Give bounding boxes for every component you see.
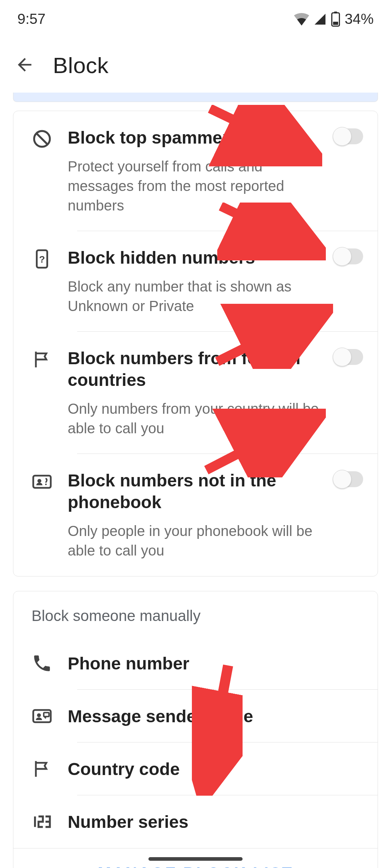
- row-block-hidden-numbers[interactable]: ? Block hidden numbers Block any number …: [13, 231, 378, 332]
- nav-indicator: [148, 857, 243, 861]
- battery-icon: [331, 12, 340, 27]
- block-options-card: Block top spammers Protect yourself from…: [13, 111, 378, 576]
- row-block-not-in-phonebook[interactable]: Block numbers not in the phonebook Only …: [13, 454, 378, 576]
- contact-card-icon: [31, 471, 52, 492]
- svg-text:?: ?: [39, 254, 45, 265]
- battery-percent: 34%: [345, 11, 374, 27]
- svg-point-11: [37, 713, 41, 717]
- svg-rect-12: [44, 712, 49, 716]
- row-message-sender-name[interactable]: Message sender name: [13, 690, 378, 743]
- toggle-block-hidden-numbers[interactable]: [334, 248, 363, 264]
- row-label: Phone number: [68, 654, 189, 673]
- row-phone-number[interactable]: Phone number: [13, 637, 378, 690]
- svg-rect-1: [334, 12, 337, 13]
- status-bar: 9:57 34%: [0, 0, 391, 31]
- unknown-phone-icon: ?: [31, 248, 52, 269]
- manual-block-card: Block someone manually Phone number Mess…: [13, 591, 378, 868]
- row-title: Block top spammers: [68, 127, 323, 149]
- page-title: Block: [53, 52, 109, 78]
- sender-card-icon: [31, 706, 52, 727]
- row-number-series[interactable]: Number series: [13, 795, 378, 848]
- toggle-block-not-in-phonebook[interactable]: [334, 471, 363, 487]
- status-time: 9:57: [17, 11, 46, 27]
- svg-line-4: [37, 134, 47, 144]
- row-label: Number series: [68, 812, 189, 832]
- back-button[interactable]: [14, 55, 35, 76]
- row-title: Block hidden numbers: [68, 247, 323, 269]
- svg-point-8: [37, 479, 41, 483]
- row-description: Only numbers from your country will be a…: [68, 399, 323, 438]
- row-block-top-spammers[interactable]: Block top spammers Protect yourself from…: [13, 111, 378, 231]
- row-block-foreign-countries[interactable]: Block numbers from foreign countries Onl…: [13, 332, 378, 454]
- row-description: Only people in your phonebook will be ab…: [68, 521, 323, 560]
- status-right: 34%: [294, 11, 374, 27]
- row-label: Message sender name: [68, 706, 253, 726]
- toggle-block-top-spammers[interactable]: [334, 128, 363, 144]
- manual-block-header: Block someone manually: [13, 591, 378, 637]
- svg-point-9: [45, 484, 47, 485]
- svg-rect-7: [33, 476, 51, 488]
- wifi-icon: [294, 13, 309, 26]
- row-label: Country code: [68, 759, 180, 779]
- row-description: Block any number that is shown as Unknow…: [68, 277, 323, 316]
- signal-icon: [314, 13, 327, 26]
- flag-icon: [31, 349, 52, 370]
- number-series-icon: [31, 811, 52, 832]
- flag-icon: [31, 758, 52, 779]
- info-banner-fragment: [13, 93, 378, 102]
- block-icon: [31, 128, 52, 149]
- toggle-block-foreign-countries[interactable]: [334, 349, 363, 365]
- row-title: Block numbers from foreign countries: [68, 348, 323, 391]
- app-bar: Block: [0, 31, 391, 93]
- row-title: Block numbers not in the phonebook: [68, 470, 323, 513]
- svg-rect-2: [333, 22, 338, 25]
- row-description: Protect yourself from calls and messages…: [68, 157, 323, 215]
- manage-block-list-link[interactable]: MANAGE BLOCK LIST: [98, 864, 293, 868]
- row-country-code[interactable]: Country code: [13, 743, 378, 795]
- phone-icon: [31, 653, 52, 674]
